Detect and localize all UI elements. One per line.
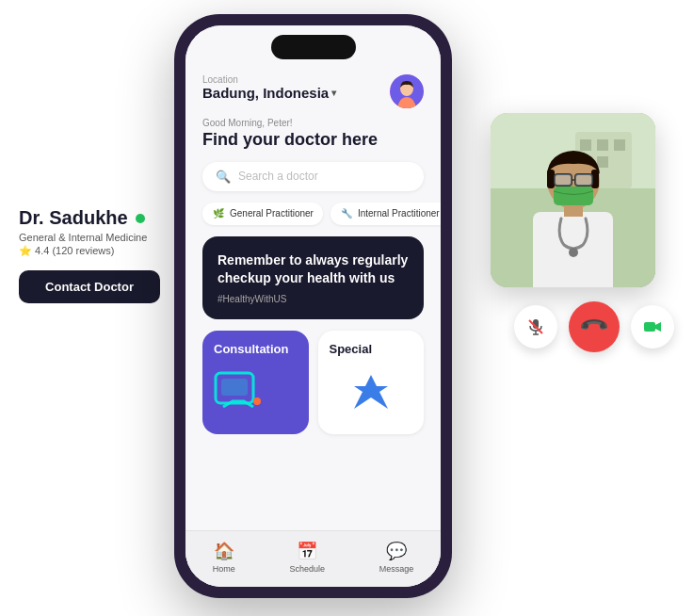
chip-general-label: General Practitioner xyxy=(230,208,314,219)
nav-message[interactable]: 💬 Message xyxy=(379,541,414,574)
rating-value: 4.4 xyxy=(35,245,49,256)
doctor-specialty: General & Internal Medicine xyxy=(19,232,160,243)
location-block: Location Badung, Indonesia ▾ xyxy=(202,74,336,101)
special-card[interactable]: Special xyxy=(318,331,425,434)
bottom-navigation: 🏠 Home 📅 Schedule 💬 Message xyxy=(185,530,441,587)
chevron-down-icon[interactable]: ▾ xyxy=(331,88,336,98)
greeting-text: Good Morning, Peter! xyxy=(202,118,424,128)
rating-star: ⭐ xyxy=(19,245,32,256)
review-count: (120 reviews) xyxy=(52,245,114,256)
svg-rect-23 xyxy=(554,186,593,205)
special-icon xyxy=(350,371,392,413)
svg-rect-10 xyxy=(614,139,625,151)
doctor-video-feed xyxy=(491,113,655,287)
video-icon xyxy=(643,317,662,336)
find-title: Find your doctor here xyxy=(202,130,424,151)
svg-rect-22 xyxy=(575,174,592,186)
video-thumbnail xyxy=(491,113,655,287)
svg-rect-29 xyxy=(644,322,655,332)
consultation-label: Consultation xyxy=(214,342,298,356)
svg-rect-3 xyxy=(221,379,248,396)
search-icon: 🔍 xyxy=(216,170,231,184)
svg-point-24 xyxy=(569,248,578,257)
nav-schedule[interactable]: 📅 Schedule xyxy=(289,541,325,574)
chip-general[interactable]: 🌿 General Practitioner xyxy=(202,203,323,225)
banner-text: Remember to always regularly checkup you… xyxy=(218,251,409,288)
health-banner: Remember to always regularly checkup you… xyxy=(202,236,424,319)
end-call-button[interactable]: 📞 xyxy=(569,301,620,352)
contact-doctor-button[interactable]: Contact Doctor xyxy=(19,270,160,303)
notification-badge xyxy=(253,397,261,405)
service-cards: Consultation Special xyxy=(202,331,424,434)
doctor-info-panel: Dr. Sadukhe General & Internal Medicine … xyxy=(0,207,179,303)
doctor-name: Dr. Sadukhe xyxy=(19,207,128,229)
home-icon: 🏠 xyxy=(214,541,234,561)
nav-schedule-label: Schedule xyxy=(289,564,325,574)
message-icon: 💬 xyxy=(386,541,407,561)
general-practitioner-icon: 🌿 xyxy=(212,207,225,220)
dynamic-island xyxy=(271,35,356,59)
phone-screen: Location Badung, Indonesia ▾ xyxy=(185,25,441,587)
phone-mockup: Location Badung, Indonesia ▾ xyxy=(174,14,452,598)
search-placeholder: Search a doctor xyxy=(238,170,318,183)
special-label: Special xyxy=(330,342,413,356)
category-chips: 🌿 General Practitioner 🔧 Internal Practi… xyxy=(202,203,424,225)
doctor-rating: ⭐ 4.4 (120 reviews) xyxy=(19,245,160,257)
location-value: Badung, Indonesia ▾ xyxy=(202,85,336,101)
schedule-icon: 📅 xyxy=(297,541,317,561)
app-header: Location Badung, Indonesia ▾ xyxy=(202,74,424,108)
phone-outer-frame: Location Badung, Indonesia ▾ xyxy=(174,14,452,598)
user-avatar[interactable] xyxy=(390,74,424,108)
nav-home-label: Home xyxy=(213,564,235,574)
call-controls: 📞 xyxy=(514,301,674,352)
online-indicator xyxy=(136,214,145,223)
svg-rect-21 xyxy=(555,174,572,186)
svg-marker-4 xyxy=(354,375,388,409)
consultation-icon xyxy=(214,371,263,413)
mute-icon xyxy=(526,317,545,336)
consultation-card[interactable]: Consultation xyxy=(202,331,309,434)
nav-home[interactable]: 🏠 Home xyxy=(213,541,235,574)
video-call-card xyxy=(491,113,655,287)
mute-button[interactable] xyxy=(514,305,557,349)
internal-practitioner-icon: 🔧 xyxy=(340,207,353,220)
search-bar[interactable]: 🔍 Search a doctor xyxy=(202,162,424,191)
nav-message-label: Message xyxy=(379,564,414,574)
chip-internal-label: Internal Practitioner xyxy=(358,208,440,219)
banner-hashtag: #HealthyWithUS xyxy=(218,294,409,304)
app-content: Location Badung, Indonesia ▾ xyxy=(185,25,441,587)
svg-rect-8 xyxy=(580,139,591,151)
svg-rect-16 xyxy=(547,170,555,188)
location-label: Location xyxy=(202,74,336,85)
svg-rect-9 xyxy=(597,139,608,151)
video-button[interactable] xyxy=(631,305,674,349)
chip-internal[interactable]: 🔧 Internal Practitioner xyxy=(330,203,441,225)
svg-rect-12 xyxy=(597,156,608,168)
